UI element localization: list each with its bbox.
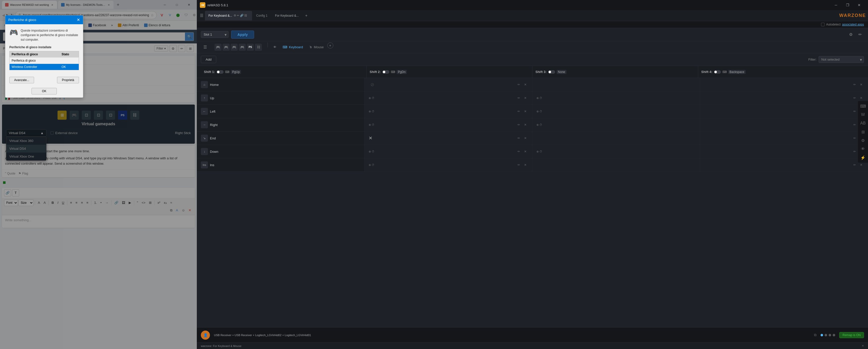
end-s2-edit[interactable]: ✏ xyxy=(516,135,522,141)
home-s2-edit[interactable]: ✏ xyxy=(516,82,522,87)
list-view-icon[interactable]: ☰ xyxy=(201,43,210,52)
device-row-2[interactable]: Wireless Controller OK xyxy=(9,64,79,70)
mapping-cell-up-s4[interactable]: ✏ ✕ xyxy=(700,91,868,105)
properties-button[interactable]: Proprietà xyxy=(57,77,79,83)
mapping-cell-end-s3[interactable] xyxy=(532,132,700,145)
mapping-cell-down-s3[interactable]: ⊕ ⏱ xyxy=(532,145,700,158)
ok-button[interactable]: OK xyxy=(32,88,57,94)
side-icon-6[interactable]: 👁 xyxy=(859,145,867,153)
mapping-row-left: ← Left ⊕ ⏱ ✏ ✕ xyxy=(197,105,868,118)
slot-select-wrap: Slot 1 ▾ xyxy=(201,31,228,38)
device-name-2: Wireless Controller xyxy=(9,64,60,70)
home-s4-edit[interactable]: ✏ xyxy=(852,82,858,87)
notification-close[interactable]: ✕ xyxy=(862,344,864,348)
right-s2-edit[interactable]: ✏ xyxy=(516,122,522,127)
rewasd-add-tab[interactable]: + xyxy=(303,12,310,19)
side-icon-5[interactable]: ⚙ xyxy=(859,136,867,144)
shift-1-toggle[interactable] xyxy=(217,70,223,74)
side-icon-2[interactable]: W xyxy=(859,111,867,119)
add-mapping-button[interactable]: Add xyxy=(201,56,216,63)
home-s4-delete[interactable]: ✕ xyxy=(859,82,864,87)
apply-button[interactable]: Apply xyxy=(231,31,254,39)
end-s4-edit[interactable]: ✏ xyxy=(852,135,858,141)
mapping-cell-left-s4[interactable]: ✏ ✕ xyxy=(700,105,868,118)
ins-s2-edit[interactable]: ✏ xyxy=(516,162,522,168)
mapping-cell-home-s4[interactable]: ✏ ✕ xyxy=(700,78,868,91)
copy-device-icon[interactable]: ⧉ xyxy=(814,333,816,337)
shift-3-label: Shift 3: xyxy=(535,70,547,74)
down-s2-edit[interactable]: ✏ xyxy=(516,149,522,154)
mapping-cell-ins-s3[interactable] xyxy=(532,158,700,172)
add-mode-button[interactable]: + xyxy=(327,42,333,49)
controller-icon-6[interactable]: ⛓ xyxy=(255,44,262,51)
mapping-cell-left-s3[interactable]: ⊕ ⏱ xyxy=(532,105,700,118)
autodetect-checkbox[interactable] xyxy=(821,23,825,26)
end-s2-delete[interactable]: ✕ xyxy=(523,135,528,141)
up-s2-edit[interactable]: ✏ xyxy=(516,95,522,101)
right-s4-edit[interactable]: ✏ xyxy=(852,122,858,127)
side-icon-3[interactable]: AB xyxy=(859,119,867,127)
mapping-cell-home-s2[interactable]: ⊘ ✏ ✕ xyxy=(365,78,532,91)
shift-4-toggle[interactable] xyxy=(714,70,721,74)
mapping-cell-left-s2[interactable]: ⊕ ⏱ ✏ ✕ xyxy=(365,105,532,118)
filter-select[interactable]: Not selected xyxy=(818,56,864,63)
mapping-cell-down-s4[interactable]: ✏ ✕ xyxy=(700,145,868,158)
mode-mouse[interactable]: 🖱 Mouse xyxy=(307,42,326,52)
up-s2-delete[interactable]: ✕ xyxy=(523,95,528,101)
controller-icon-ps[interactable]: PS xyxy=(247,44,254,51)
mapping-cell-down-s2[interactable]: ⊕ ⏱ ✏ ✕ xyxy=(365,145,532,158)
rewasd-close[interactable]: ✕ xyxy=(854,0,865,10)
left-s4-edit[interactable]: ✏ xyxy=(852,109,858,114)
mapping-row-home: ⌂ Home ⊘ ✏ ✕ ✏ ✕ xyxy=(197,78,868,91)
mapping-cell-right-s3[interactable]: ⊕ ⏱ xyxy=(532,118,700,131)
rewasd-tab-2[interactable]: For Keyboard &... xyxy=(272,11,302,21)
config-icon-2[interactable]: ✏ xyxy=(856,31,864,39)
rewasd-tab-1[interactable]: For Keyboard &... ⚙ ✏ 🔗 ⛓ xyxy=(205,11,252,21)
home-s2-delete[interactable]: ✕ xyxy=(523,82,528,87)
dialog-close-button[interactable]: ✕ xyxy=(77,18,80,22)
mode-keyboard[interactable]: ⌨ Keyboard xyxy=(280,42,306,52)
side-icon-7[interactable]: ⚡ xyxy=(859,153,867,162)
advanced-button[interactable]: Avanzate... xyxy=(9,77,34,83)
up-s4-edit[interactable]: ✏ xyxy=(852,95,858,101)
down-s4-edit[interactable]: ✏ xyxy=(852,149,858,154)
mapping-cell-ins-s4[interactable]: ✏ ✕ xyxy=(700,158,868,172)
rewasd-restore[interactable]: ❐ xyxy=(842,0,854,10)
mapping-cell-end-s2[interactable]: ✕ ✏ ✕ xyxy=(365,132,532,145)
mapping-cell-up-s3[interactable]: ⊕ ⏱ xyxy=(532,91,700,105)
mapping-cell-ins-s2[interactable]: ⊕ ⏱ ✏ ✕ xyxy=(365,158,532,172)
right-s2-delete[interactable]: ✕ xyxy=(523,122,528,127)
ins-s4-edit[interactable]: ✏ xyxy=(852,162,858,168)
mapping-cell-right-key: → Right xyxy=(197,118,365,131)
left-s2-edit[interactable]: ✏ xyxy=(516,109,522,114)
mapping-cell-home-s3[interactable] xyxy=(532,78,700,91)
side-keyboard-icon[interactable]: ⌨ xyxy=(859,102,867,110)
down-s2-delete[interactable]: ✕ xyxy=(523,149,528,154)
controller-icon-3[interactable]: 🎮 xyxy=(230,44,238,51)
remap-badge[interactable]: Remap is ON xyxy=(839,332,864,338)
shift-1-icon: ⌨ xyxy=(225,70,229,74)
associated-apps-link[interactable]: associated apps xyxy=(842,23,864,26)
mapping-cell-right-s2[interactable]: ⊕ ⏱ ✏ ✕ xyxy=(365,118,532,131)
mode-icon-eye[interactable]: 👁 xyxy=(271,42,279,52)
ins-s2-delete[interactable]: ✕ xyxy=(523,162,528,168)
rewasd-minimize[interactable]: ─ xyxy=(830,0,842,10)
controller-icon-2[interactable]: 🎮 xyxy=(222,44,229,51)
shift-2-toggle[interactable] xyxy=(382,70,389,74)
side-icon-4[interactable]: ⊞ xyxy=(859,128,867,136)
mapping-cell-right-s4[interactable]: ✏ ✕ xyxy=(700,118,868,131)
rewasd-title: reWASD 5.8.1 xyxy=(208,3,228,7)
left-s2-delete[interactable]: ✕ xyxy=(523,109,528,114)
rewasd-tab-1-label: For Keyboard &... xyxy=(209,14,232,18)
device-row-1[interactable]: Periferica di gioco xyxy=(9,58,79,64)
config-icon-1[interactable]: ⚙ xyxy=(847,31,855,39)
mapping-cell-up-s2[interactable]: ⊕ ⏱ ✏ ✕ xyxy=(365,91,532,105)
shift-3-toggle[interactable] xyxy=(548,70,555,74)
up-s3-mods: ⊕ ⏱ xyxy=(536,96,542,100)
slot-select[interactable]: Slot 1 xyxy=(201,31,228,38)
mapping-cell-end-s4[interactable]: ✏ ✕ xyxy=(700,132,868,145)
ins-s4-delete[interactable]: ✕ xyxy=(859,162,864,168)
controller-icon-4[interactable]: 🎮 xyxy=(239,44,246,51)
up-s4-delete[interactable]: ✕ xyxy=(859,95,864,101)
controller-icon[interactable]: 🎮 xyxy=(215,44,221,51)
